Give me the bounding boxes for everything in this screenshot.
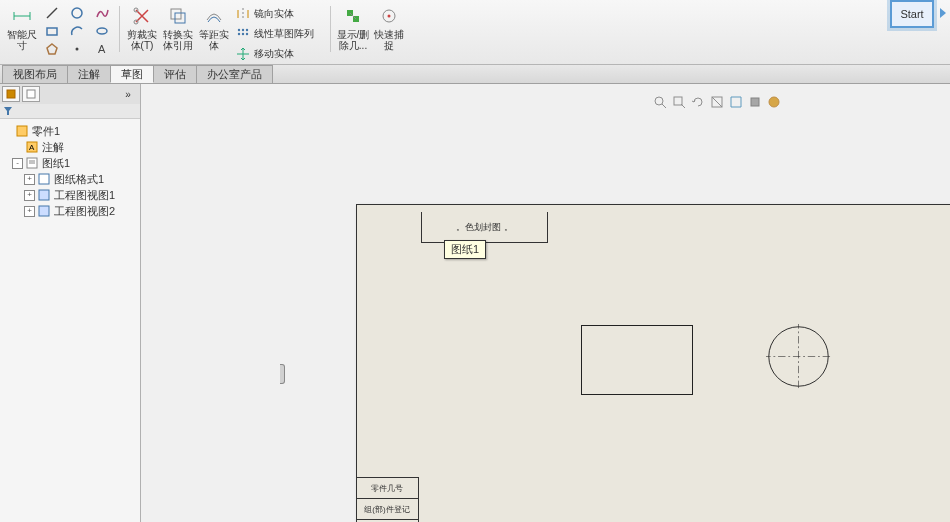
- expand-icon[interactable]: +: [24, 174, 35, 185]
- svg-point-6: [97, 28, 107, 34]
- tree-view1[interactable]: +工程图视图1: [2, 187, 138, 203]
- offset-button[interactable]: 等距实 体: [196, 2, 232, 60]
- quick-snap-label: 快速捕 捉: [374, 29, 404, 51]
- filter-bar[interactable]: [0, 104, 140, 119]
- spline-tool-button[interactable]: [90, 3, 114, 23]
- tab-sketch[interactable]: 草图: [110, 65, 154, 83]
- svg-rect-12: [171, 9, 181, 19]
- svg-point-19: [246, 33, 248, 35]
- cell-label: 组(部)件登记: [364, 504, 409, 515]
- dropdown-arrow-icon: [940, 8, 946, 18]
- offset-label: 等距实 体: [199, 29, 229, 51]
- tree-view2[interactable]: +工程图视图2: [2, 203, 138, 219]
- filter-icon: [3, 106, 13, 116]
- tree-view2-label: 工程图视图2: [54, 204, 115, 219]
- convert-icon: [167, 5, 189, 27]
- feature-tree-tab[interactable]: [2, 86, 20, 102]
- collapse-icon[interactable]: -: [12, 158, 23, 169]
- tree-annotation[interactable]: A注解: [2, 139, 138, 155]
- svg-point-14: [238, 29, 240, 31]
- move-icon: [235, 46, 251, 62]
- left-title-block: 零件几号 组(部)件登记 组部件几号 底部件几号: [356, 477, 419, 522]
- svg-line-37: [662, 104, 666, 108]
- start-button[interactable]: Start: [890, 0, 934, 28]
- trim-button[interactable]: 剪裁实 体(T): [124, 2, 160, 60]
- svg-marker-7: [47, 44, 57, 54]
- quick-snap-button[interactable]: 快速捕 捉: [371, 2, 407, 60]
- trim-icon: [131, 5, 153, 27]
- display-state-button[interactable]: [728, 94, 744, 110]
- pattern-button[interactable]: 线性草图阵列: [232, 24, 326, 44]
- svg-rect-34: [39, 190, 49, 200]
- trim-label: 剪裁实 体(T): [127, 29, 157, 51]
- separator: [119, 6, 120, 52]
- tree-sheet[interactable]: -图纸1: [2, 155, 138, 171]
- panel-expand-button[interactable]: »: [120, 87, 136, 101]
- tree-view1-label: 工程图视图1: [54, 188, 115, 203]
- drawing-view-rect[interactable]: [581, 325, 693, 395]
- mirror-button[interactable]: 镜向实体: [232, 4, 326, 24]
- svg-rect-35: [39, 206, 49, 216]
- move-button[interactable]: 移动实体: [232, 44, 326, 64]
- ellipse-tool-button[interactable]: [90, 21, 114, 41]
- pattern-icon: [235, 26, 251, 42]
- smart-dimension-button[interactable]: 智能尺 寸: [4, 2, 40, 60]
- section-view-button[interactable]: [709, 94, 725, 110]
- svg-text:A: A: [98, 43, 106, 55]
- tab-office[interactable]: 办公室产品: [196, 65, 273, 83]
- body: » 零件1 A注解 -图纸1 +图纸格式1 +工程图视图1 +工程图视图2 。色…: [0, 84, 950, 522]
- expand-icon[interactable]: +: [24, 206, 35, 217]
- convert-button[interactable]: 转换实 体引用: [160, 2, 196, 60]
- tree-root-label: 零件1: [32, 124, 60, 139]
- dimension-icon: [11, 5, 33, 27]
- feature-manager-panel: » 零件1 A注解 -图纸1 +图纸格式1 +工程图视图1 +工程图视图2: [0, 84, 141, 522]
- display-delete-button[interactable]: 显示/删 除几...: [335, 2, 371, 60]
- svg-point-43: [769, 97, 779, 107]
- cell-label: 零件几号: [371, 483, 403, 494]
- svg-rect-26: [27, 90, 35, 98]
- tab-evaluate[interactable]: 评估: [153, 65, 197, 83]
- circle-tool-button[interactable]: [65, 3, 89, 23]
- polygon-tool-button[interactable]: [40, 39, 64, 59]
- svg-point-36: [655, 97, 663, 105]
- text-tool-button[interactable]: A: [90, 39, 114, 59]
- zoom-fit-button[interactable]: [652, 94, 668, 110]
- title-frame-label: 。色划封图 。: [422, 221, 547, 234]
- tree-annotation-label: 注解: [42, 140, 64, 155]
- expand-icon[interactable]: +: [24, 190, 35, 201]
- perspective-button[interactable]: [747, 94, 763, 110]
- svg-rect-38: [674, 97, 682, 105]
- svg-rect-33: [39, 174, 49, 184]
- rect-tool-button[interactable]: [40, 21, 64, 41]
- appearance-button[interactable]: [766, 94, 782, 110]
- svg-point-15: [242, 29, 244, 31]
- tab-annotation[interactable]: 注解: [67, 65, 111, 83]
- offset-icon: [203, 5, 225, 27]
- view-toolbar: [652, 94, 782, 110]
- svg-point-8: [76, 48, 79, 51]
- point-tool-button[interactable]: [65, 39, 89, 59]
- property-tab[interactable]: [22, 86, 40, 102]
- tree-sheet-format[interactable]: +图纸格式1: [2, 171, 138, 187]
- tree-format-label: 图纸格式1: [54, 172, 104, 187]
- snap-icon: [378, 5, 400, 27]
- zoom-area-button[interactable]: [671, 94, 687, 110]
- line-tool-button[interactable]: [40, 3, 64, 23]
- tab-view-layout[interactable]: 视图布局: [2, 65, 68, 83]
- start-label: Start: [900, 8, 923, 20]
- view-icon: [37, 188, 51, 202]
- panel-tabs: »: [0, 84, 140, 104]
- svg-rect-25: [7, 90, 15, 98]
- panel-grab-left[interactable]: [280, 364, 285, 384]
- tree-root[interactable]: 零件1: [2, 123, 138, 139]
- drawing-canvas[interactable]: 。色划封图 。 图纸1 零件几号 组(部)件登记 组部件几号 底部件几号 材质 …: [141, 84, 950, 522]
- table-row: 零件几号: [356, 477, 418, 498]
- rotate-view-button[interactable]: [690, 94, 706, 110]
- svg-point-17: [238, 33, 240, 35]
- svg-point-16: [246, 29, 248, 31]
- arc-tool-button[interactable]: [65, 21, 89, 41]
- title-frame: 。色划封图 。: [421, 212, 548, 243]
- drawing-view-circle[interactable]: [766, 324, 831, 389]
- ribbon: 智能尺 寸 A 剪裁实 体(T) 转换实 体引用 等距实 体 镜向实体 线性草图: [0, 0, 950, 65]
- part-icon: [15, 124, 29, 138]
